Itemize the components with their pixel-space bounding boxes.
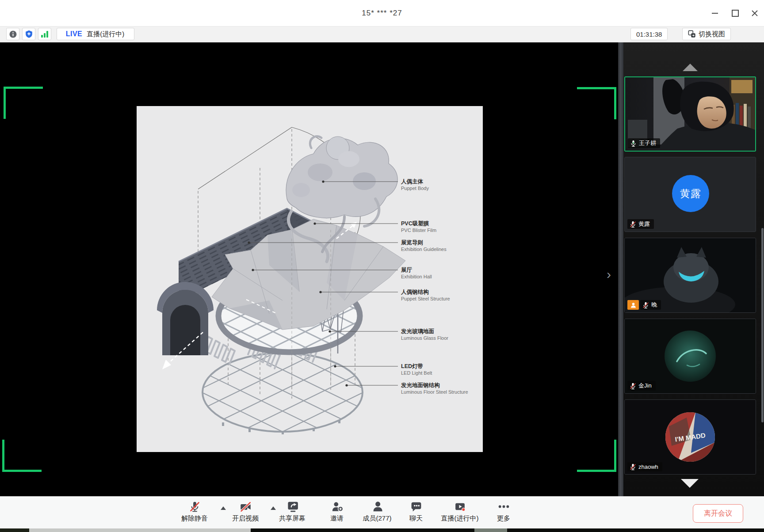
live-status-text: 直播(进行中) — [87, 30, 124, 38]
shared-slide-page: 人偶主体 Puppet Body PVC吸塑膜 PVC Blister Film… — [137, 106, 483, 452]
participant-tile-zhaowh[interactable]: I'M MADD zhaowh — [624, 399, 756, 475]
switch-view-icon — [688, 30, 696, 38]
diagram-label-zh-2: 展览导则 — [401, 239, 423, 246]
participant-name: 金Jin — [638, 382, 652, 390]
meeting-timer: 01:31:38 — [630, 28, 668, 40]
diagram-label-en-0: Puppet Body — [401, 186, 429, 191]
scroll-down-arrow[interactable] — [681, 479, 699, 488]
participant-name: 晚 — [651, 301, 657, 309]
meeting-control-bar: 解除静音 开启视频 共享屏幕 邀请 — [0, 496, 764, 528]
switch-view-label: 切换视图 — [699, 30, 725, 38]
mic-muted-icon — [189, 501, 201, 513]
participant-tile-wan[interactable]: 晚 — [624, 238, 756, 313]
participant-name: 王子耕 — [639, 139, 656, 147]
signal-bars-icon — [41, 31, 48, 38]
record-frame-corner-bottom-left — [2, 440, 42, 472]
share-screen-label: 共享屏幕 — [279, 514, 306, 523]
mic-muted-icon — [629, 220, 637, 228]
more-button[interactable]: 更多 — [477, 501, 530, 523]
diagram-label-zh-5: 发光玻璃地面 — [401, 328, 435, 334]
invite-person-icon — [331, 501, 343, 513]
meeting-info-button[interactable] — [6, 28, 19, 40]
diagram-label-zh-1: PVC吸塑膜 — [401, 220, 429, 227]
mic-muted-icon — [642, 301, 649, 309]
live-label: LIVE — [66, 30, 83, 38]
maximize-button[interactable] — [728, 7, 743, 20]
participant-name-chip: zhaowh — [627, 462, 662, 471]
person-icon — [630, 302, 637, 308]
avatar-text: 黄露 — [680, 187, 701, 201]
window-title: 15* *** *27 — [0, 0, 764, 26]
role-badge-orange — [627, 300, 639, 310]
record-frame-corner-bottom-right — [577, 440, 616, 472]
screen-bottom-edge — [0, 528, 764, 532]
unmute-label: 解除静音 — [181, 514, 208, 523]
participant-name-chip: 晚 — [640, 300, 661, 310]
members-label: 成员(277) — [363, 514, 391, 523]
shield-icon — [25, 30, 33, 38]
members-icon — [371, 501, 383, 513]
live-tv-icon — [454, 501, 466, 513]
mic-muted-icon — [629, 382, 637, 390]
diagram-label-zh-0: 人偶主体 — [401, 179, 424, 185]
shared-screen-area: 人偶主体 Puppet Body PVC吸塑膜 PVC Blister Film… — [0, 42, 618, 496]
meeting-toolbar-top: LIVE 直播(进行中) 01:31:38 切换视图 — [0, 26, 764, 42]
start-video-label: 开启视频 — [232, 514, 259, 523]
record-frame-corner-top-left — [4, 87, 43, 119]
diagram-label-zh-6: LED灯带 — [401, 363, 423, 369]
more-dots-icon — [498, 501, 510, 513]
chat-bubble-icon — [410, 501, 422, 513]
maximize-icon — [732, 10, 739, 17]
panel-separator — [618, 42, 623, 496]
security-button[interactable] — [22, 28, 35, 40]
exhibition-diagram: 人偶主体 Puppet Body PVC吸塑膜 PVC Blister Film… — [137, 106, 483, 452]
diagram-label-en-6: LED Light Belt — [401, 370, 432, 376]
arrow-head-exit — [162, 360, 171, 369]
switch-view-button[interactable]: 切换视图 — [682, 28, 731, 40]
participant-name-chip: 黄露 — [627, 219, 654, 229]
diagram-label-en-3: Exhibition Hall — [401, 274, 432, 279]
scroll-up-arrow[interactable] — [683, 64, 698, 71]
close-icon — [752, 10, 758, 16]
title-bar: 15* *** *27 — [0, 0, 764, 26]
meeting-app-window: { "window": { "title": "15* *** *27" }, … — [0, 0, 764, 532]
participant-name: zhaowh — [638, 464, 658, 470]
participant-sidebar: 王子耕 黄露 黄露 — [623, 42, 764, 496]
record-frame-corner-top-right — [577, 87, 616, 119]
live-status-badge[interactable]: LIVE 直播(进行中) — [57, 28, 134, 40]
invite-label: 邀请 — [330, 514, 344, 523]
diagram-label-en-2: Exhibition Guidelines — [401, 247, 447, 252]
minimize-icon — [712, 13, 718, 14]
diagram-label-zh-3: 展厅 — [401, 267, 413, 273]
diagram-label-zh-4: 人偶钢结构 — [401, 289, 429, 295]
participant-tile-wangzigeng[interactable]: 王子耕 — [624, 76, 756, 152]
participant-tile-huanglu[interactable]: 黄露 黄露 — [624, 157, 756, 232]
participant-name-chip: 金Jin — [627, 381, 656, 391]
more-label: 更多 — [497, 514, 510, 523]
sidebar-scrollbar[interactable] — [761, 228, 764, 422]
mic-active-icon — [630, 140, 637, 147]
live-stream-label: 直播(进行中) — [441, 514, 479, 523]
camera-muted-icon — [240, 501, 252, 513]
close-button[interactable] — [747, 7, 762, 20]
diagram-label-en-1: PVC Blister Film — [401, 228, 436, 233]
share-screen-icon — [286, 501, 298, 513]
participant-tile-jinjin[interactable]: 金Jin — [624, 319, 756, 394]
timer-value: 01:31:38 — [631, 30, 667, 38]
avatar: 黄露 — [672, 175, 709, 212]
diagram-label-en-7: Luminous Floor Steel Structure — [401, 389, 468, 395]
start-video-button[interactable]: 开启视频 — [219, 501, 272, 523]
participant-name: 黄露 — [638, 220, 650, 228]
chat-label: 聊天 — [409, 514, 423, 523]
unmute-button[interactable]: 解除静音 — [168, 501, 221, 523]
sidebar-collapse-chevron[interactable]: › — [602, 266, 615, 283]
leave-meeting-button[interactable]: 离开会议 — [693, 504, 743, 523]
info-icon — [9, 30, 17, 38]
network-signal-button[interactable] — [38, 28, 51, 40]
mic-muted-icon — [629, 463, 637, 471]
participant-name-chip: 王子耕 — [628, 138, 660, 148]
minimize-button[interactable] — [707, 7, 722, 20]
leave-meeting-label: 离开会议 — [704, 509, 732, 518]
diagram-label-en-5: Luminous Glass Floor — [401, 335, 448, 341]
diagram-label-zh-7: 发光地面钢结构 — [401, 382, 440, 388]
